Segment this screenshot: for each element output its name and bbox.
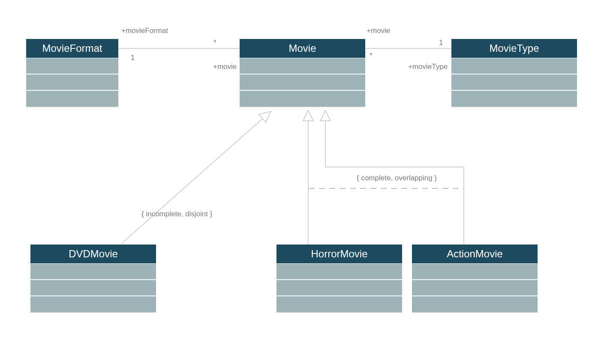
class-row (26, 75, 119, 91)
class-row (276, 280, 403, 296)
constraint-left: { incomplete, disjoint } (141, 210, 212, 218)
class-row (239, 91, 366, 107)
class-row (412, 280, 538, 296)
gen-dvdmovie-movie-arrow (259, 111, 271, 122)
role-movie-right: +movie (367, 27, 390, 35)
class-horrormovie-title: HorrorMovie (276, 244, 403, 264)
class-row (239, 75, 366, 91)
mult-star-left: * (213, 39, 216, 47)
class-movieformat: MovieFormat (26, 39, 119, 107)
gen-action-movie-arrow (320, 110, 331, 121)
class-dvdmovie: DVDMovie (30, 244, 156, 313)
class-row (30, 280, 156, 296)
class-row (451, 75, 577, 91)
gen-horror-movie-arrow (303, 110, 313, 121)
class-row (276, 264, 403, 280)
class-dvdmovie-title: DVDMovie (30, 244, 156, 264)
class-movietype: MovieType (451, 39, 577, 107)
role-movie-left: +movie (213, 63, 237, 71)
gen-action-movie-line (325, 121, 464, 244)
gen-dvdmovie-movie-line (121, 116, 265, 244)
class-row (239, 58, 366, 75)
mult-star-right: * (370, 51, 373, 60)
role-movieformat: +movieFormat (121, 27, 168, 35)
class-row (276, 296, 403, 313)
class-row (30, 296, 156, 313)
class-row (26, 58, 119, 75)
class-row (451, 58, 577, 75)
class-actionmovie-title: ActionMovie (412, 244, 538, 264)
class-horrormovie: HorrorMovie (276, 244, 403, 313)
class-actionmovie: ActionMovie (412, 244, 538, 313)
mult-one-left: 1 (131, 54, 135, 62)
class-movie: Movie (239, 39, 366, 107)
class-row (26, 91, 119, 107)
class-movie-title: Movie (239, 39, 366, 58)
class-movieformat-title: MovieFormat (26, 39, 119, 58)
constraint-right: { complete, overlapping } (354, 174, 439, 182)
class-row (451, 91, 577, 107)
class-row (30, 264, 156, 280)
class-movietype-title: MovieType (451, 39, 577, 58)
role-movietype: +movieType (408, 63, 448, 71)
mult-one-right: 1 (439, 39, 443, 47)
class-row (412, 264, 538, 280)
class-row (412, 296, 538, 313)
